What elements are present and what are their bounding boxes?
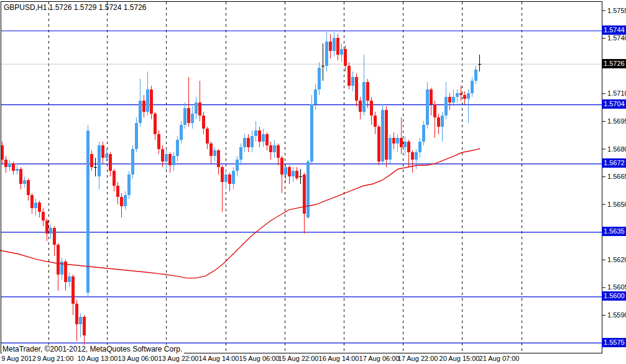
candle[interactable]: [209, 142, 213, 164]
candle[interactable]: [374, 112, 377, 134]
candle[interactable]: [366, 79, 369, 109]
candle[interactable]: [392, 132, 395, 149]
price-level-badge[interactable]: 1.5575: [602, 338, 626, 347]
candle[interactable]: [150, 86, 153, 119]
candle[interactable]: [348, 62, 351, 90]
candle[interactable]: [23, 176, 26, 188]
candle[interactable]: [16, 165, 19, 175]
candle[interactable]: [68, 273, 71, 288]
candle[interactable]: [105, 149, 108, 162]
chart-plot[interactable]: [0, 0, 626, 364]
candle[interactable]: [224, 171, 228, 189]
candle[interactable]: [284, 163, 287, 182]
price-level-badge[interactable]: 1.5600: [602, 291, 626, 301]
price-level-badge[interactable]: 1.5672: [602, 158, 626, 168]
candle[interactable]: [19, 167, 22, 189]
candle[interactable]: [34, 199, 37, 216]
candle[interactable]: [53, 226, 56, 256]
candle[interactable]: [400, 117, 403, 154]
candle[interactable]: [426, 82, 429, 128]
candle[interactable]: [45, 219, 48, 241]
candle[interactable]: [314, 84, 317, 110]
candle[interactable]: [187, 77, 190, 127]
candle[interactable]: [444, 82, 448, 119]
candle[interactable]: [183, 102, 186, 129]
candle[interactable]: [299, 169, 302, 184]
candle[interactable]: [355, 73, 358, 107]
candle[interactable]: [94, 158, 97, 176]
candle[interactable]: [75, 300, 78, 340]
candle[interactable]: [206, 127, 209, 149]
candle[interactable]: [318, 62, 321, 96]
candle[interactable]: [131, 145, 134, 179]
candle[interactable]: [433, 101, 436, 137]
candle[interactable]: [471, 77, 474, 98]
candle[interactable]: [139, 79, 142, 127]
candle[interactable]: [295, 167, 298, 180]
candle[interactable]: [396, 134, 399, 153]
candle[interactable]: [71, 275, 75, 315]
candle[interactable]: [359, 97, 362, 119]
candle[interactable]: [411, 150, 414, 173]
candle[interactable]: [407, 140, 410, 168]
candle[interactable]: [463, 91, 466, 104]
candle[interactable]: [292, 167, 295, 182]
candle[interactable]: [430, 88, 433, 116]
candle[interactable]: [254, 121, 257, 142]
candle[interactable]: [191, 106, 194, 129]
candle[interactable]: [370, 97, 373, 125]
candle[interactable]: [336, 34, 339, 60]
candle[interactable]: [4, 156, 7, 173]
candle[interactable]: [474, 66, 477, 84]
candle[interactable]: [198, 81, 201, 121]
candle[interactable]: [325, 32, 328, 71]
candle[interactable]: [221, 165, 224, 211]
candle[interactable]: [157, 130, 160, 155]
candle[interactable]: [12, 162, 15, 175]
candle[interactable]: [213, 147, 216, 162]
candle[interactable]: [329, 34, 332, 58]
candle[interactable]: [340, 43, 343, 62]
candle[interactable]: [381, 104, 384, 163]
candle[interactable]: [232, 167, 235, 189]
candle[interactable]: [403, 136, 407, 157]
candle[interactable]: [288, 165, 291, 184]
candle[interactable]: [60, 258, 63, 280]
candle[interactable]: [437, 114, 440, 134]
candle[interactable]: [116, 182, 119, 204]
candle[interactable]: [8, 160, 11, 171]
candle[interactable]: [142, 95, 145, 117]
candle[interactable]: [165, 150, 168, 169]
price-level-badge[interactable]: 1.5744: [602, 25, 626, 35]
candle[interactable]: [247, 134, 250, 153]
candle[interactable]: [109, 152, 112, 176]
candle[interactable]: [306, 160, 310, 219]
candle[interactable]: [243, 134, 246, 153]
candle[interactable]: [310, 95, 313, 163]
candle[interactable]: [239, 143, 242, 166]
candle[interactable]: [195, 97, 198, 119]
candle[interactable]: [265, 132, 269, 151]
candle[interactable]: [389, 134, 392, 164]
candle[interactable]: [27, 178, 30, 201]
candle[interactable]: [251, 130, 254, 153]
candle[interactable]: [236, 156, 239, 176]
candle[interactable]: [217, 149, 220, 175]
candle[interactable]: [303, 173, 306, 234]
candle[interactable]: [277, 143, 280, 166]
candle[interactable]: [456, 89, 459, 102]
candle[interactable]: [280, 156, 283, 193]
candle[interactable]: [321, 43, 325, 80]
candle[interactable]: [86, 125, 90, 296]
candle[interactable]: [90, 150, 93, 171]
candle[interactable]: [262, 129, 265, 147]
candle[interactable]: [172, 152, 175, 171]
candle[interactable]: [418, 138, 421, 158]
candle[interactable]: [377, 125, 380, 165]
candle[interactable]: [422, 121, 425, 145]
candle[interactable]: [154, 112, 157, 140]
candle[interactable]: [273, 140, 276, 158]
candle[interactable]: [168, 152, 172, 173]
candle[interactable]: [333, 32, 336, 57]
candle[interactable]: [49, 224, 52, 239]
